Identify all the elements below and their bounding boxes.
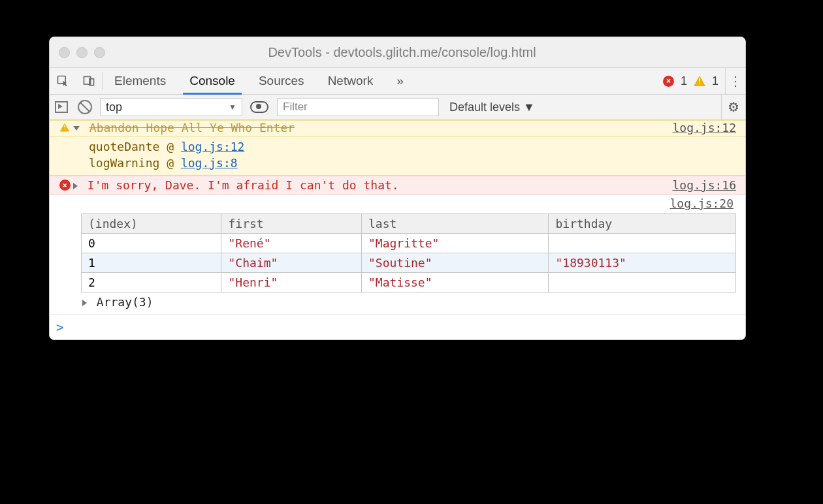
source-link[interactable]: log.js:12	[181, 140, 245, 153]
source-link[interactable]: log.js:20	[670, 197, 736, 210]
chevron-down-icon: ▼	[229, 102, 236, 112]
table-header[interactable]: (index)	[82, 214, 221, 234]
kebab-icon	[729, 73, 742, 89]
console-row: log.js:20	[50, 195, 745, 212]
table-row[interactable]: 2 "Henri" "Matisse"	[82, 273, 736, 292]
tab-sources[interactable]: Sources	[247, 68, 316, 94]
warning-count: 1	[712, 74, 718, 88]
table-header[interactable]: last	[361, 214, 549, 234]
stack-frame[interactable]: logWarning @ log.js:8	[89, 155, 745, 171]
minimize-window-button[interactable]	[76, 47, 88, 58]
settings-menu-button[interactable]	[725, 68, 745, 94]
table-header-row: (index) first last birthday	[82, 214, 736, 234]
warning-icon	[694, 76, 705, 86]
console-settings-button[interactable]: ⚙	[721, 95, 745, 119]
tabs-overflow[interactable]: »	[385, 68, 415, 94]
table-row[interactable]: 0 "René" "Magritte"	[82, 234, 736, 253]
disclosure-triangle-open[interactable]	[73, 126, 80, 131]
execution-context-select[interactable]: top ▼	[100, 98, 242, 116]
tab-network[interactable]: Network	[316, 68, 385, 94]
stack-frame[interactable]: quoteDante @ log.js:12	[89, 138, 745, 155]
window-traffic-lights	[50, 47, 131, 58]
gear-icon: ⚙	[728, 99, 739, 115]
stack-trace: quoteDante @ log.js:12 logWarning @ log.…	[50, 137, 745, 176]
toggle-drawer-button[interactable]	[50, 101, 73, 113]
disclosure-triangle[interactable]	[82, 300, 87, 306]
clear-icon	[78, 100, 92, 114]
warning-icon	[60, 123, 69, 132]
zoom-window-button[interactable]	[94, 47, 105, 58]
console-toolbar: top ▼ Filter Default levels ▼ ⚙	[50, 95, 745, 120]
device-toolbar-icon[interactable]	[76, 68, 102, 94]
filter-input[interactable]: Filter	[277, 98, 439, 116]
clear-console-button[interactable]	[73, 100, 97, 114]
table-header[interactable]: birthday	[549, 214, 736, 234]
table-header[interactable]: first	[221, 214, 361, 234]
error-icon: ×	[59, 180, 71, 191]
inspect-element-icon[interactable]	[50, 68, 76, 94]
devtools-window: DevTools - devtools.glitch.me/console/lo…	[49, 37, 746, 340]
source-link[interactable]: log.js:12	[672, 121, 739, 134]
window-title: DevTools - devtools.glitch.me/console/lo…	[131, 45, 745, 60]
source-link[interactable]: log.js:8	[181, 156, 238, 170]
tab-console[interactable]: Console	[178, 68, 247, 94]
source-link[interactable]: log.js:16	[672, 178, 739, 192]
eye-icon	[250, 101, 268, 113]
console-prompt[interactable]: >	[50, 314, 745, 339]
close-window-button[interactable]	[59, 47, 70, 58]
disclosure-triangle[interactable]	[73, 183, 78, 189]
error-icon: ×	[663, 76, 674, 87]
prompt-chevron: >	[56, 320, 63, 334]
error-text: I'm sorry, Dave. I'm afraid I can't do t…	[88, 178, 399, 192]
panel-tabs: Elements Console Sources Network » × 1 1	[50, 68, 745, 95]
error-count: 1	[681, 74, 687, 88]
console-error-row[interactable]: × I'm sorry, Dave. I'm afraid I can't do…	[50, 176, 745, 195]
issue-counts[interactable]: × 1 1	[656, 68, 725, 94]
table-row[interactable]: 1 "Chaim" "Soutine" "18930113"	[82, 253, 736, 273]
scope-label: top	[106, 101, 122, 114]
warning-text: Abandon Hope All Ye Who Enter	[89, 121, 295, 134]
table-summary[interactable]: Array(3)	[81, 292, 736, 314]
titlebar: DevTools - devtools.glitch.me/console/lo…	[50, 37, 745, 68]
log-level-select[interactable]: Default levels ▼	[444, 101, 540, 114]
filter-placeholder: Filter	[283, 101, 308, 114]
tab-elements[interactable]: Elements	[103, 68, 178, 94]
console-table: (index) first last birthday 0 "René" "Ma…	[50, 213, 745, 314]
live-expression-button[interactable]	[248, 101, 271, 113]
console-output: Abandon Hope All Ye Who Enter log.js:12 …	[50, 120, 745, 339]
console-warning-row[interactable]: Abandon Hope All Ye Who Enter log.js:12	[50, 120, 745, 137]
